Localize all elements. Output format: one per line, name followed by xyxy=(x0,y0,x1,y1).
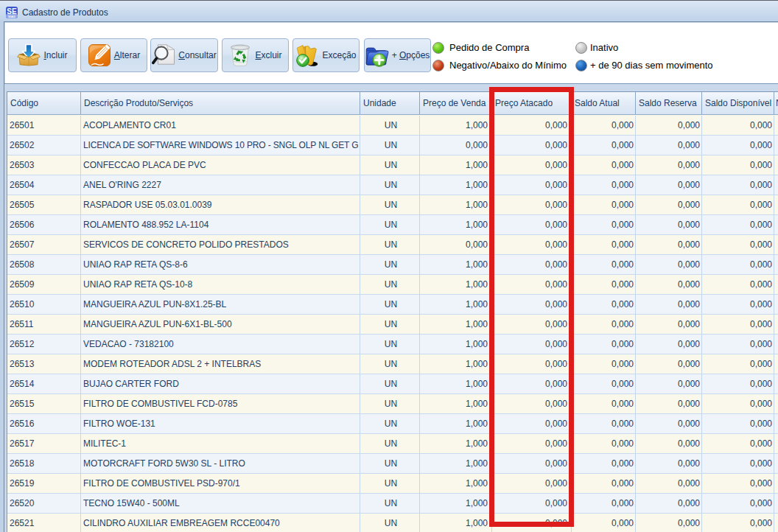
svg-text:SIAG: SIAG xyxy=(8,15,15,18)
